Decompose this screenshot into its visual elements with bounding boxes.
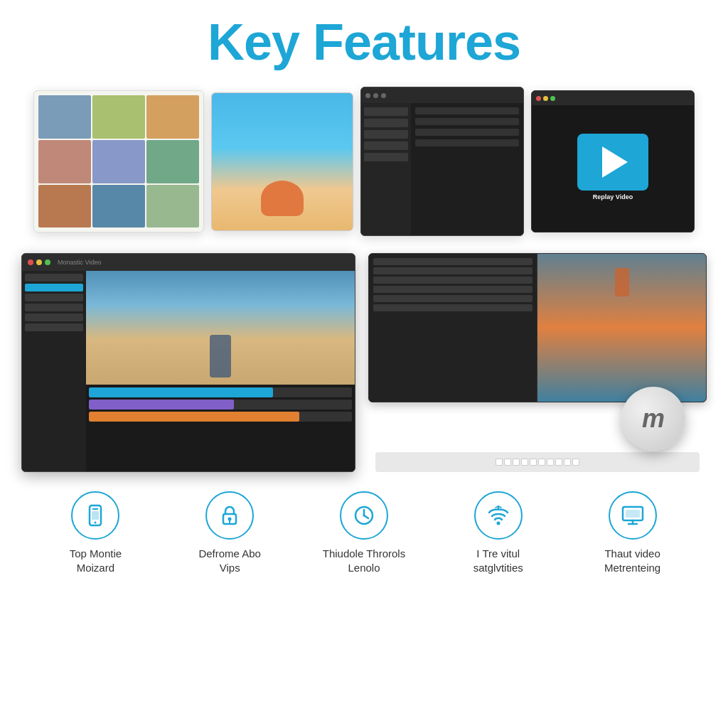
replay-play-icon	[602, 146, 628, 178]
key-1	[496, 459, 503, 466]
ve-body	[22, 271, 355, 471]
dark-row-4	[415, 139, 519, 146]
title-section: Key Features	[208, 14, 520, 70]
monitor-icon	[621, 503, 645, 528]
ve-sidebar	[22, 271, 86, 471]
wifi-icon	[486, 503, 511, 528]
photo-cell-7	[38, 185, 91, 228]
photo-cell-3	[146, 95, 199, 139]
replay-titlebar	[532, 91, 694, 105]
ve-timeline	[86, 385, 355, 471]
clock-icon	[353, 504, 375, 527]
dark-sidebar-item-4	[364, 141, 408, 150]
monitor-right	[537, 254, 706, 402]
replay-content: Replay Video	[532, 105, 694, 232]
ve-app-title: Monastic Video	[58, 259, 101, 266]
feature-icon-circle-2	[205, 491, 254, 540]
dark-row-1	[415, 107, 519, 114]
feature-icon-circle-1	[71, 491, 119, 540]
ball-device: m	[621, 387, 685, 451]
photo-cell-2	[92, 95, 145, 139]
dark-app-titlebar	[361, 87, 523, 103]
titlebar-dot-1	[365, 93, 370, 98]
monitor-left	[369, 254, 537, 402]
replay-logo-box	[577, 134, 648, 191]
key-9	[564, 459, 571, 466]
monitor-inner	[369, 254, 706, 402]
ve-sidebar-item-3	[25, 294, 83, 301]
beach-person	[261, 181, 304, 216]
feature-item-3: Thiudole ThrorolsLenolo	[304, 491, 424, 574]
feature-label-1: Top MontieMoizard	[70, 547, 122, 574]
titlebar-dot-3	[381, 93, 386, 98]
replay-dot-red	[536, 96, 541, 101]
ve-sidebar-item-1	[25, 274, 83, 282]
key-2	[504, 459, 511, 466]
dark-app-screenshot	[360, 87, 524, 236]
ball-device-letter: m	[642, 404, 665, 434]
feature-icon-circle-4	[474, 491, 523, 540]
replay-label: Replay Video	[590, 191, 636, 203]
setup-area: m	[368, 253, 707, 472]
key-8	[555, 459, 562, 466]
feature-item-2: Defrome AboVips	[169, 491, 290, 574]
ve-preview	[86, 271, 355, 385]
key-4	[521, 459, 528, 466]
ve-sidebar-item-5	[25, 314, 83, 321]
mobile-icon	[84, 504, 107, 527]
svg-rect-18	[626, 510, 640, 518]
ve-track-fill-3	[89, 412, 299, 422]
ve-dot-green	[45, 259, 50, 265]
feature-item-5: Thaut videoMetrenteing	[572, 491, 693, 574]
key-10	[572, 459, 579, 466]
monitor-sidebar-row-3	[373, 277, 532, 284]
ve-sidebar-item-4	[25, 304, 83, 311]
lock-icon	[218, 504, 241, 527]
page-wrapper: Key Features	[0, 0, 728, 728]
page-title: Key Features	[208, 14, 520, 70]
feature-label-4: I Tre vitulsatglvtities	[473, 547, 523, 574]
beach-photo-screenshot	[211, 92, 353, 231]
svg-point-2	[95, 522, 97, 524]
titlebar-dot-2	[373, 93, 378, 98]
dark-app-body	[361, 103, 523, 235]
replay-dot-yellow	[543, 96, 548, 101]
key-7	[547, 459, 554, 466]
ve-sidebar-item-6	[25, 323, 83, 331]
replay-dot-green	[550, 96, 555, 101]
monitor-sidebar-row-4	[373, 286, 532, 293]
photo-cell-4	[38, 140, 91, 183]
ve-preview-person	[210, 335, 231, 378]
photo-cell-1	[38, 95, 91, 139]
key-6	[538, 459, 545, 466]
ve-main-area	[86, 271, 355, 471]
monitor-screenshot	[368, 253, 707, 402]
ve-track-2	[89, 400, 352, 410]
feature-label-5: Thaut videoMetrenteing	[604, 547, 660, 574]
monitor-right-person	[615, 268, 629, 296]
svg-rect-3	[92, 511, 99, 520]
bottom-screenshots-row: Monastic Video	[21, 252, 707, 473]
ve-sidebar-item-2	[25, 284, 83, 291]
dark-app-main	[411, 103, 523, 235]
ve-dot-yellow	[36, 259, 42, 265]
photo-cell-9	[146, 185, 199, 228]
monitor-sidebar-row-2	[373, 267, 532, 274]
ve-track-fill-1	[89, 387, 273, 397]
monitor-sidebar-row-5	[373, 295, 532, 302]
feature-item-4: I Tre vitulsatglvtities	[438, 491, 559, 574]
dark-app-sidebar	[361, 103, 411, 235]
feature-label-3: Thiudole ThrorolsLenolo	[323, 547, 405, 574]
dark-sidebar-item-2	[364, 119, 408, 127]
svg-point-11	[496, 522, 500, 525]
monitor-sidebar-row-6	[373, 304, 532, 311]
key-row-1	[496, 459, 579, 466]
photo-cell-8	[92, 185, 145, 228]
video-editor-screenshot: Monastic Video	[21, 253, 355, 472]
ve-track-fill-2	[89, 400, 234, 410]
top-screenshots-row: Replay Video	[21, 83, 707, 240]
photo-cell-6	[146, 140, 199, 183]
dark-sidebar-item-5	[364, 153, 408, 161]
photos-app-screenshot	[33, 90, 204, 232]
svg-point-10	[363, 515, 365, 517]
